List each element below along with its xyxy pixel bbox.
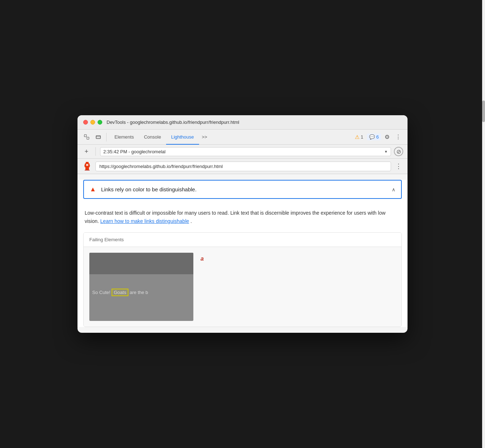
address-row: + 2:35:42 PM - googlechromelal ▼ ⊘: [77, 145, 408, 159]
svg-rect-6: [85, 166, 90, 167]
info-badge[interactable]: 💬 6: [367, 134, 381, 140]
audit-header[interactable]: ▲ Links rely on color to be distinguisha…: [84, 181, 401, 198]
inspector-icon[interactable]: [93, 132, 103, 142]
address-value: 2:35:42 PM - googlechromelal: [103, 149, 382, 154]
close-button[interactable]: [83, 120, 88, 125]
add-button[interactable]: +: [82, 147, 91, 156]
warning-icon: ⚠: [355, 134, 359, 140]
tab-lighthouse[interactable]: Lighthouse: [166, 130, 199, 145]
screenshot-highlight: Goats: [112, 289, 128, 296]
more-vert-icon: ⋮: [395, 162, 402, 170]
dropdown-icon: ▼: [384, 150, 388, 154]
chat-icon: 💬: [369, 134, 375, 140]
gear-icon: ⚙: [385, 134, 390, 140]
address-input-wrapper[interactable]: 2:35:42 PM - googlechromelal ▼: [100, 147, 391, 156]
svg-rect-9: [86, 164, 88, 166]
screenshot-top-area: [89, 253, 193, 274]
audit-item: ▲ Links rely on color to be distinguisha…: [83, 180, 402, 199]
cancel-button[interactable]: ⊘: [394, 147, 403, 156]
settings-button[interactable]: ⚙: [382, 134, 392, 140]
learn-more-link[interactable]: Learn how to make links distinguishable: [100, 218, 189, 224]
screenshot-content: So Cute! Goats are the b: [89, 274, 193, 300]
url-display[interactable]: https://googlechromelabs.github.io/frien…: [95, 162, 391, 171]
more-vert-icon: ⋮: [395, 134, 401, 140]
lighthouse-logo-icon: [82, 161, 93, 172]
warning-badge[interactable]: ⚠ 1: [353, 133, 366, 141]
url-row: https://googlechromelabs.github.io/frien…: [77, 159, 408, 174]
failing-elements-header: Failing Elements: [84, 233, 401, 247]
failing-elements-section: Failing Elements So Cute! Goats are the …: [83, 232, 402, 327]
tab-bar: Elements Console Lighthouse >>: [109, 130, 210, 144]
screenshot-text-before: So Cute!: [92, 290, 112, 295]
window-title: DevTools - googlechromelabs.github.io/fr…: [107, 120, 239, 125]
svg-rect-0: [84, 135, 86, 137]
svg-rect-8: [85, 170, 90, 171]
address-separator: [95, 147, 96, 156]
tab-console[interactable]: Console: [139, 130, 166, 145]
url-more-button[interactable]: ⋮: [394, 162, 403, 171]
toolbar-separator: [106, 133, 107, 141]
chevron-up-icon: ∧: [392, 187, 395, 192]
title-bar: DevTools - googlechromelabs.github.io/fr…: [77, 115, 408, 130]
more-button[interactable]: ⋮: [393, 134, 403, 140]
failing-elements-body: So Cute! Goats are the b a: [84, 247, 401, 327]
svg-rect-4: [86, 162, 89, 163]
toolbar: Elements Console Lighthouse >> ⚠ 1 💬 6 ⚙…: [77, 130, 408, 145]
tab-elements[interactable]: Elements: [109, 130, 139, 145]
maximize-button[interactable]: [98, 120, 102, 125]
svg-rect-1: [87, 137, 89, 139]
cursor-tool-icon[interactable]: [82, 132, 92, 142]
screenshot-thumbnail: So Cute! Goats are the b: [89, 253, 193, 321]
svg-rect-2: [96, 136, 100, 139]
main-content: ▲ Links rely on color to be distinguisha…: [77, 180, 408, 327]
audit-error-icon: ▲: [90, 186, 96, 193]
cancel-icon: ⊘: [396, 148, 401, 155]
screenshot-text-after: are the b: [128, 290, 148, 295]
svg-rect-7: [85, 167, 89, 170]
plus-icon: +: [85, 148, 89, 155]
audit-description: Low-contrast text is difficult or imposs…: [77, 205, 408, 232]
minimize-button[interactable]: [90, 120, 95, 125]
devtools-window: DevTools - googlechromelabs.github.io/fr…: [77, 115, 408, 333]
audit-title: Links rely on color to be distinguishabl…: [101, 186, 387, 192]
tab-more[interactable]: >>: [199, 130, 210, 144]
anchor-element-indicator: a: [201, 256, 204, 262]
traffic-lights: [83, 120, 102, 125]
